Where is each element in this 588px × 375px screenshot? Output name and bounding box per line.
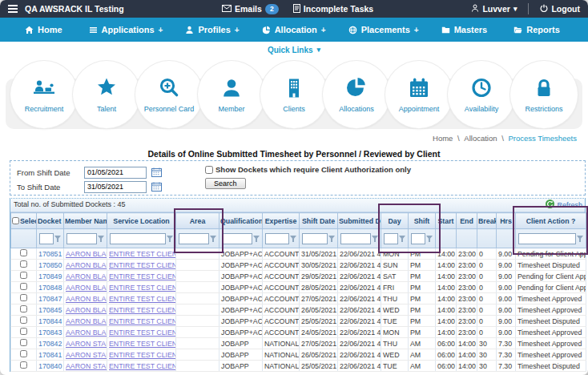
quicklink-allocations[interactable]: Allocations <box>323 61 390 128</box>
docket-link[interactable]: 170844 <box>38 317 62 325</box>
filter-icon[interactable] <box>210 235 217 243</box>
filter-icon[interactable] <box>328 235 336 243</box>
member-link[interactable]: AARON BLAKE <box>66 261 107 269</box>
filter-input-shift[interactable] <box>411 233 425 244</box>
service-location-link[interactable]: ENTIRE TEST CLIENT <box>109 284 176 292</box>
column-header-start[interactable]: Start <box>436 213 457 229</box>
column-header-docket[interactable]: Docket No <box>37 213 64 229</box>
nav-item-reports[interactable]: Reports <box>503 18 574 42</box>
quicklink-recruitment[interactable]: Recruitment <box>10 61 78 128</box>
docket-link[interactable]: 170843 <box>38 329 62 337</box>
filter-input-action[interactable] <box>518 233 576 244</box>
filter-input-day[interactable] <box>384 233 398 244</box>
column-header-expertise[interactable]: Expertise <box>263 213 300 229</box>
column-header-shift[interactable]: Shift <box>409 213 436 229</box>
quicklink-member[interactable]: Member <box>198 61 265 128</box>
nav-item-allocation[interactable]: Allocation+ <box>252 18 336 42</box>
docket-link[interactable]: 170850 <box>38 261 62 269</box>
nav-item-applications[interactable]: Applications+ <box>79 18 174 42</box>
filter-input-qualification[interactable] <box>222 233 252 244</box>
emails-link[interactable]: Emails 2 <box>222 4 279 14</box>
quicklink-talent[interactable]: Talent <box>73 61 140 128</box>
nav-item-profiles[interactable]: Profiles+ <box>175 18 249 42</box>
service-location-link[interactable]: ENTIRE TEST CLIENT <box>109 351 176 359</box>
quicklink-appointment[interactable]: Appointment <box>385 61 453 128</box>
service-location-link[interactable]: ENTIRE TEST CLIENT <box>109 272 176 280</box>
filter-icon[interactable] <box>577 235 584 243</box>
column-header-service[interactable]: Service Location <box>107 213 176 229</box>
select-all-checkbox[interactable] <box>12 217 19 224</box>
client-authorization-checkbox[interactable] <box>205 166 213 174</box>
service-location-link[interactable]: ENTIRE TEST CLIENT <box>109 295 176 303</box>
docket-link[interactable]: 170845 <box>38 306 62 314</box>
filter-icon[interactable] <box>253 235 260 243</box>
member-link[interactable]: AARON BLAKE <box>66 295 107 303</box>
column-header-break[interactable]: Break <box>477 213 497 229</box>
service-location-link[interactable]: ENTIRE TEST CLIENT <box>109 317 176 325</box>
quicklink-restrictions[interactable]: Restrictions <box>510 61 578 128</box>
nav-item-masters[interactable]: Masters <box>431 18 502 42</box>
member-link[interactable]: AARON BLAKE <box>66 250 107 258</box>
member-link[interactable]: AARON BLAKE <box>66 306 107 314</box>
docket-link[interactable]: 170842 <box>38 340 62 348</box>
column-header-shift_date[interactable]: Shift Date <box>300 213 338 229</box>
service-location-link[interactable]: ENTIRE TEST CLIENT <box>109 362 176 370</box>
member-link[interactable]: AARON STAFFORD <box>66 340 107 348</box>
user-menu[interactable]: Luvver ▾ <box>471 4 517 14</box>
row-checkbox[interactable] <box>20 350 27 357</box>
nav-item-home[interactable]: Home <box>14 18 77 42</box>
row-checkbox[interactable] <box>20 249 27 256</box>
filter-input-member[interactable] <box>66 233 97 244</box>
row-checkbox[interactable] <box>20 317 27 324</box>
docket-link[interactable]: 170841 <box>38 351 62 359</box>
nav-item-logins[interactable]: Logins+ <box>576 18 588 42</box>
docket-link[interactable]: 170849 <box>38 272 62 280</box>
nav-item-placements[interactable]: Placements+ <box>338 18 429 42</box>
member-link[interactable]: AARON BLAKE <box>66 317 107 325</box>
member-link[interactable]: AARON BLAKE <box>66 272 107 280</box>
filter-input-area[interactable] <box>179 233 209 244</box>
logout-button[interactable]: Logout <box>540 4 580 14</box>
filter-icon[interactable] <box>399 235 406 243</box>
refresh-button[interactable]: Refresh <box>546 200 582 210</box>
filter-icon[interactable] <box>54 235 62 243</box>
column-header-qualification[interactable]: Qualification <box>219 213 263 229</box>
menu-icon[interactable] <box>8 5 18 13</box>
calendar-icon[interactable] <box>151 167 162 177</box>
filter-input-docket[interactable] <box>39 233 54 244</box>
filter-input-submitted[interactable] <box>340 233 371 244</box>
column-header-day[interactable]: Day <box>381 213 409 229</box>
docket-link[interactable]: 170847 <box>38 295 62 303</box>
service-location-link[interactable]: ENTIRE TEST CLIENT <box>109 329 176 337</box>
column-header-action[interactable]: Client Action ? <box>516 213 586 229</box>
breadcrumb-home[interactable]: Home <box>433 134 453 143</box>
column-header-submitted[interactable]: Submitted Date <box>338 213 381 229</box>
member-link[interactable]: AARON BLAKE <box>66 284 107 292</box>
column-header-hrs[interactable]: Hrs <box>497 213 516 229</box>
filter-icon[interactable] <box>372 235 379 243</box>
filter-icon[interactable] <box>98 235 105 243</box>
docket-link[interactable]: 170851 <box>38 250 62 258</box>
row-checkbox[interactable] <box>20 260 27 268</box>
search-button[interactable]: Search <box>205 178 246 189</box>
calendar-icon[interactable] <box>151 182 162 192</box>
quicklink-personnel-card[interactable]: Personnel Card <box>135 61 203 128</box>
docket-link[interactable]: 170848 <box>38 284 62 292</box>
row-checkbox[interactable] <box>20 305 27 312</box>
column-header-area[interactable]: Area <box>176 213 219 229</box>
docket-link[interactable]: 170840 <box>38 362 62 370</box>
filter-input-shift_date[interactable] <box>302 233 328 244</box>
row-checkbox[interactable] <box>20 361 27 369</box>
filter-icon[interactable] <box>290 235 297 243</box>
filter-input-expertise[interactable] <box>265 233 289 244</box>
incomplete-tasks-link[interactable]: Incomplete Tasks <box>293 4 373 14</box>
service-location-link[interactable]: ENTIRE TEST CLIENT <box>109 261 176 269</box>
service-location-link[interactable]: ENTIRE TEST CLIENT <box>109 340 176 348</box>
service-location-link[interactable]: ENTIRE TEST CLIENT <box>109 250 176 258</box>
row-checkbox[interactable] <box>20 283 27 290</box>
column-header-select[interactable]: Select <box>11 213 37 229</box>
to-date-input[interactable] <box>84 181 147 193</box>
breadcrumb-section[interactable]: Allocation <box>464 134 497 143</box>
filter-icon[interactable] <box>167 235 174 243</box>
quick-links-toggle[interactable]: Quick Links ▾ <box>0 42 588 58</box>
